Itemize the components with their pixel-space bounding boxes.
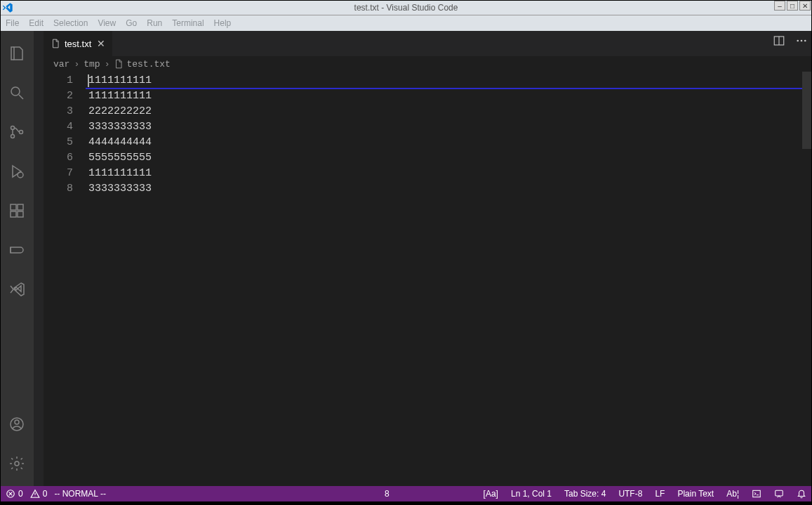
- svg-point-10: [15, 420, 19, 424]
- window-controls: – □ ✕: [773, 1, 811, 11]
- vscode-icon: [2, 2, 13, 13]
- line-number: 4: [44, 119, 73, 135]
- svg-point-14: [801, 40, 803, 42]
- statusbar: 0 0 -- NORMAL -- 8 [Aa] Ln 1, Col 1 Tab …: [0, 486, 812, 501]
- minimize-button[interactable]: –: [774, 1, 785, 11]
- chevron-right-icon: ›: [74, 59, 79, 70]
- code-line[interactable]: 1111111111: [86, 73, 812, 88]
- code-line[interactable]: 4444444444: [86, 135, 812, 150]
- code-line[interactable]: 1111111111: [86, 166, 812, 181]
- gutter: 1 2 3 4 5 6 7 8: [44, 72, 86, 486]
- close-icon[interactable]: ✕: [97, 38, 105, 49]
- more-actions-icon[interactable]: [795, 34, 808, 50]
- status-match-case[interactable]: [Aa]: [484, 489, 498, 499]
- file-icon: [114, 59, 124, 69]
- activity-vs[interactable]: [0, 273, 34, 306]
- code-line[interactable]: 3333333333: [86, 181, 812, 197]
- status-bell-icon[interactable]: [797, 489, 806, 499]
- file-icon: [51, 39, 60, 48]
- svg-point-2: [11, 135, 15, 138]
- minimap-slider[interactable]: [802, 72, 812, 149]
- menu-run[interactable]: Run: [147, 18, 162, 28]
- menu-terminal[interactable]: Terminal: [172, 18, 204, 28]
- menu-edit[interactable]: Edit: [29, 18, 44, 28]
- status-tab-size[interactable]: Tab Size: 4: [564, 489, 606, 499]
- tab-label: test.txt: [65, 39, 91, 49]
- titlebar: test.txt - Visual Studio Code – □ ✕: [0, 0, 812, 15]
- editor-body[interactable]: 1 2 3 4 5 6 7 8 1111111111 1111111111 22…: [44, 72, 812, 486]
- menu-file[interactable]: File: [6, 18, 19, 28]
- svg-point-15: [804, 40, 806, 42]
- status-ab[interactable]: Ab¦: [726, 489, 739, 499]
- window-title: test.txt - Visual Studio Code: [354, 3, 458, 13]
- svg-rect-18: [776, 490, 783, 496]
- svg-point-11: [15, 461, 19, 466]
- breadcrumb-file[interactable]: test.txt: [126, 59, 170, 70]
- breadcrumb: var › tmp › test.txt: [44, 56, 812, 72]
- code-area[interactable]: 1111111111 1111111111 2222222222 3333333…: [86, 72, 812, 486]
- svg-point-1: [11, 126, 15, 130]
- code-line[interactable]: 5555555555: [86, 150, 812, 166]
- status-encoding[interactable]: UTF-8: [618, 489, 642, 499]
- status-warnings[interactable]: 0: [30, 489, 48, 499]
- status-terminal-icon[interactable]: [752, 489, 761, 499]
- activity-account[interactable]: [0, 407, 34, 441]
- activity-debug[interactable]: [0, 155, 34, 188]
- tab-bar: test.txt ✕: [44, 31, 812, 56]
- activity-scm[interactable]: [0, 115, 34, 149]
- line-number: 5: [44, 135, 73, 150]
- line-number: 6: [44, 150, 73, 166]
- status-eol[interactable]: LF: [655, 489, 665, 499]
- close-button[interactable]: ✕: [799, 1, 811, 11]
- status-errors[interactable]: 0: [6, 489, 23, 499]
- editor-actions: [773, 34, 808, 50]
- editor-group: test.txt ✕ var › tmp › test.txt: [44, 31, 812, 486]
- tab-test-txt[interactable]: test.txt ✕: [44, 31, 113, 56]
- line-number: 1: [44, 73, 73, 88]
- svg-point-0: [11, 87, 20, 96]
- status-vim-mode: -- NORMAL --: [54, 489, 106, 499]
- menu-go[interactable]: Go: [126, 18, 137, 28]
- activity-remote[interactable]: [0, 233, 34, 267]
- menu-help[interactable]: Help: [214, 18, 232, 28]
- breadcrumb-tmp[interactable]: tmp: [84, 59, 100, 70]
- status-feedback-icon[interactable]: [774, 489, 784, 499]
- code-line[interactable]: 1111111111: [86, 88, 812, 104]
- activitybar: [0, 31, 34, 486]
- svg-rect-8: [18, 211, 23, 217]
- split-editor-icon[interactable]: [773, 34, 785, 50]
- status-linecount[interactable]: 8: [385, 489, 390, 499]
- svg-rect-17: [753, 490, 761, 497]
- minimap[interactable]: [802, 72, 812, 486]
- code-line[interactable]: 2222222222: [86, 104, 812, 119]
- text-cursor: [88, 74, 89, 87]
- maximize-button[interactable]: □: [787, 1, 798, 11]
- activity-search[interactable]: [0, 76, 34, 110]
- svg-point-3: [20, 131, 23, 134]
- main-area: test.txt ✕ var › tmp › test.txt: [0, 31, 812, 486]
- svg-rect-6: [18, 204, 23, 210]
- menu-view[interactable]: View: [98, 18, 116, 28]
- chevron-right-icon: ›: [105, 59, 110, 70]
- line-number: 7: [44, 166, 73, 181]
- line-number: 8: [44, 181, 73, 197]
- bottom-border: [0, 501, 812, 505]
- sidebar-collapsed[interactable]: [34, 31, 44, 486]
- svg-point-4: [18, 172, 23, 178]
- menu-selection[interactable]: Selection: [53, 18, 88, 28]
- activity-settings[interactable]: [0, 447, 34, 480]
- svg-point-13: [797, 40, 799, 42]
- line-number: 3: [44, 104, 73, 119]
- status-language[interactable]: Plain Text: [677, 489, 714, 499]
- status-cursor-pos[interactable]: Ln 1, Col 1: [511, 489, 552, 499]
- activity-extensions[interactable]: [0, 194, 34, 228]
- activity-explorer[interactable]: [0, 37, 34, 70]
- breadcrumb-var[interactable]: var: [53, 59, 69, 70]
- svg-rect-5: [11, 204, 16, 210]
- menubar: File Edit Selection View Go Run Terminal…: [0, 15, 812, 31]
- code-line[interactable]: 3333333333: [86, 119, 812, 135]
- svg-rect-7: [11, 211, 16, 217]
- line-number: 2: [44, 88, 73, 104]
